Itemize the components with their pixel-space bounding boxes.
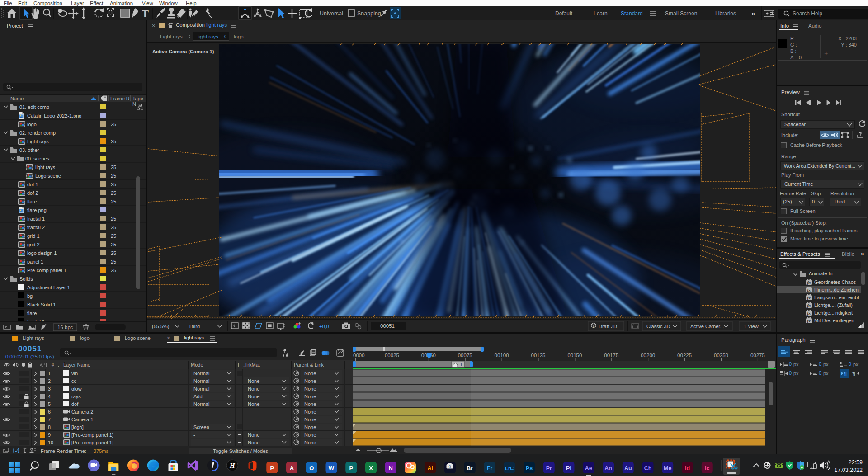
- svg-text:00075: 00075: [458, 353, 472, 358]
- svg-text:An: An: [604, 465, 612, 471]
- svg-text:»: »: [751, 9, 755, 17]
- svg-text:0000: 0000: [353, 353, 365, 358]
- svg-text:00225: 00225: [677, 353, 692, 358]
- svg-text:〈〉: 〈〉: [448, 465, 451, 469]
- svg-text:00025: 00025: [385, 353, 399, 358]
- svg-text:#: #: [52, 363, 54, 368]
- svg-text:(55,5%): (55,5%): [152, 324, 170, 329]
- svg-text:Standard: Standard: [621, 10, 643, 17]
- svg-text:fx: fx: [807, 296, 811, 300]
- svg-text:Learn: Learn: [594, 10, 608, 17]
- svg-text:LrC: LrC: [505, 466, 514, 471]
- svg-text:Au: Au: [624, 465, 632, 471]
- svg-text:A: A: [290, 465, 294, 471]
- svg-text:Classic 3D: Classic 3D: [646, 324, 670, 329]
- svg-text:Me: Me: [664, 465, 671, 471]
- svg-text:Ai: Ai: [428, 465, 434, 471]
- svg-text:Search Help: Search Help: [793, 10, 822, 17]
- svg-text:16 bpc: 16 bpc: [57, 325, 73, 330]
- svg-text:P: P: [270, 465, 274, 471]
- svg-text:¶: ¶: [844, 371, 847, 376]
- svg-text:Ps: Ps: [526, 465, 533, 471]
- svg-text:fx: fx: [807, 288, 811, 292]
- svg-text:Fr: Fr: [487, 465, 493, 471]
- svg-text:T: T: [142, 8, 149, 19]
- svg-text:fx: fx: [807, 280, 811, 285]
- svg-text:Default: Default: [555, 10, 573, 17]
- svg-text:00175: 00175: [604, 353, 618, 358]
- svg-text:00200: 00200: [641, 353, 655, 358]
- svg-text:Id: Id: [685, 465, 690, 471]
- svg-text:17.03.2022: 17.03.2022: [834, 467, 863, 473]
- svg-text:Toggle Switches / Modes: Toggle Switches / Modes: [213, 448, 268, 454]
- svg-text:Active Camer...: Active Camer...: [690, 324, 724, 329]
- svg-text:Third: Third: [189, 324, 200, 329]
- svg-text:+0,0: +0,0: [319, 324, 329, 329]
- svg-text:O: O: [309, 465, 314, 471]
- svg-text:Small Screen: Small Screen: [665, 10, 697, 17]
- svg-text:00100: 00100: [495, 353, 509, 358]
- svg-text:N: N: [389, 465, 393, 471]
- svg-text:Libraries: Libraries: [715, 10, 736, 17]
- svg-text:W: W: [329, 465, 335, 471]
- svg-text:fx: fx: [807, 319, 811, 323]
- svg-text:1: 1: [460, 362, 462, 367]
- svg-text:00275: 00275: [750, 353, 765, 358]
- svg-text:00250: 00250: [714, 353, 728, 358]
- svg-text:P: P: [349, 465, 353, 471]
- svg-text:00125: 00125: [531, 353, 546, 358]
- svg-text:Br: Br: [467, 465, 473, 471]
- svg-text:H: H: [229, 462, 236, 469]
- svg-text:Ae: Ae: [585, 465, 592, 471]
- svg-text:Universal: Universal: [320, 10, 343, 17]
- svg-text:¶: ¶: [852, 371, 855, 376]
- svg-text:00150: 00150: [567, 353, 582, 358]
- svg-text:1 View: 1 View: [744, 324, 759, 329]
- svg-text:Snapping: Snapping: [357, 10, 381, 17]
- svg-text:fx: fx: [807, 311, 811, 316]
- svg-text:Pr: Pr: [546, 465, 552, 471]
- svg-text:00051: 00051: [380, 323, 395, 329]
- svg-text:X: X: [369, 465, 373, 471]
- svg-text:Draft 3D: Draft 3D: [599, 324, 617, 329]
- svg-text:22:59: 22:59: [849, 459, 863, 466]
- svg-text:Frame Render Time:: Frame Render Time:: [41, 448, 86, 454]
- svg-text:fx: fx: [807, 303, 811, 308]
- svg-text:Pl: Pl: [566, 465, 571, 471]
- svg-text:.: .: [58, 363, 59, 368]
- svg-text:Ch: Ch: [644, 465, 652, 471]
- svg-text:Ic: Ic: [705, 465, 709, 471]
- svg-text:375ms: 375ms: [94, 448, 109, 454]
